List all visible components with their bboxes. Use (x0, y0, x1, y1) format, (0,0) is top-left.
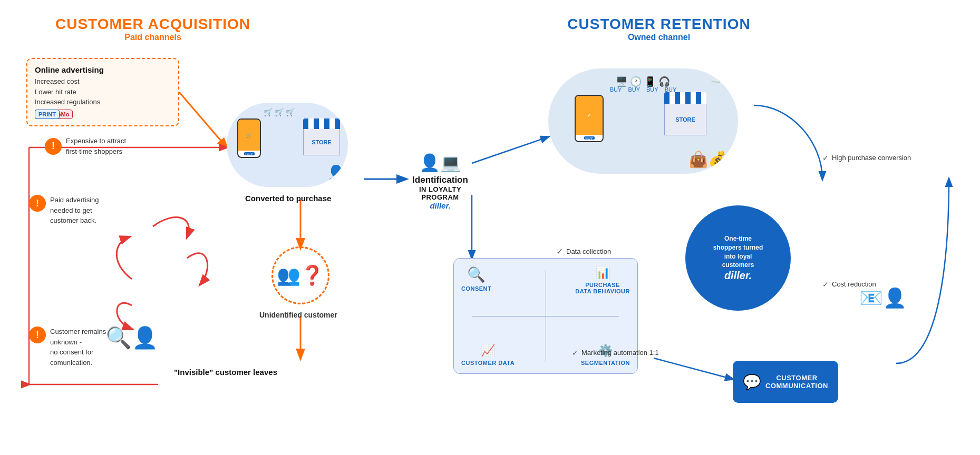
customer-unknown-text: Customer remainsunknown -no consent forc… (50, 327, 106, 368)
cart-icons-row: 🛒 🛒 🛒 (264, 108, 295, 116)
acquisition-title: CUSTOMER ACQUISITION (53, 16, 253, 33)
identification-icon: 👤💻 (406, 153, 474, 173)
warn-icon-2: ! (29, 195, 46, 212)
customer-communication-box: 💬 CUSTOMERCOMMUNICATION (733, 361, 838, 403)
unidentified-label: Unidentified customer (259, 311, 337, 319)
page: CUSTOMER ACQUISITION Paid channels Onlin… (0, 0, 980, 455)
online-ad-title: Online advertising (35, 65, 171, 74)
invisible-label: "Invisible" customer leaves (174, 368, 277, 377)
expensive-warning: ! Expensive to attractfirst-time shopper… (45, 136, 126, 156)
svg-line-6 (654, 358, 733, 379)
checkmark-marketing: ✓ (572, 349, 578, 357)
acquisition-header: CUSTOMER ACQUISITION Paid channels (53, 16, 253, 42)
warn-icon-1: ! (45, 138, 62, 155)
segmentation-label: SEGMENTATION (581, 360, 630, 366)
checkmark-high: ✓ (822, 154, 829, 162)
identification-box: 👤💻 Identification IN LOYALTYPROGRAM dill… (406, 153, 474, 210)
converted-label: Converted to purchase (245, 194, 331, 203)
unidentified-circle: 👥❓ (271, 246, 329, 304)
retention-phone-screen: ✓ (576, 96, 603, 135)
retention-header: CUSTOMER RETENTION Owned channel (554, 16, 764, 42)
mobile-phone-illus: 🛒 BUY (237, 118, 261, 158)
print-tag: PRINT (35, 110, 60, 119)
retention-store-roof (664, 92, 706, 104)
diller-circle: One-timeshoppers turnedinto loyalcustome… (685, 205, 791, 311)
svg-line-0 (179, 92, 227, 147)
warn-icon-3: ! (29, 327, 46, 343)
expensive-label: Expensive to attractfirst-time shoppers (66, 136, 126, 156)
consent-block: 🔍 CONSENT (461, 266, 491, 292)
acquisition-subtitle: Paid channels (53, 33, 253, 42)
purchase-data-block: 📊 PURCHASEDATA BEHAVIOUR (575, 266, 630, 294)
store-roof (303, 118, 340, 129)
identification-sub: IN LOYALTYPROGRAM (406, 185, 474, 201)
paid-ad-text: Paid advertisingneeded to getcustomer ba… (50, 195, 99, 226)
svg-line-4 (472, 137, 548, 163)
retention-title: CUSTOMER RETENTION (554, 16, 764, 33)
retention-store: STORE (664, 92, 706, 135)
top-icons-row: 🖥️ 🕐 📱 🎧 (616, 76, 670, 87)
high-purchase-text: High purchase conversion (832, 153, 911, 163)
unidentified-icon: 👥❓ (277, 264, 324, 286)
retention-phone: ✓ BUY (575, 95, 604, 142)
marketing-automation-text: Marketing automation 1:1 (581, 348, 659, 358)
phone-screen: 🛒 (238, 120, 260, 151)
data-box-divider-h (472, 316, 619, 316)
retention-illustration: 🖥️ 🕐 📱 🎧 BUYBUYBUYBUY ✓ BUY STORE 👜💰 ☁️ (548, 68, 738, 174)
store-illustration: STORE (303, 118, 340, 155)
consent-icon: 🔍 (467, 266, 486, 283)
customer-communication-text: CUSTOMERCOMMUNICATION (765, 374, 828, 390)
customer-data-label: CUSTOMER DATA (461, 360, 515, 366)
data-collection-label: ✓ Data collection (556, 246, 611, 256)
customer-unknown-warning: ! Customer remainsunknown -no consent fo… (29, 327, 106, 368)
checkmark-data: ✓ (556, 246, 563, 256)
checkmark-cost: ✓ (822, 280, 829, 289)
unknown-customer-icon: 🔍👤 (105, 325, 158, 350)
diller-circle-brand: diller. (724, 270, 752, 282)
one-time-shoppers-text: One-timeshoppers turnedinto loyalcustome… (708, 234, 769, 270)
high-purchase-label: ✓ High purchase conversion (822, 153, 911, 163)
purchase-data-label: PURCHASEDATA BEHAVIOUR (575, 282, 630, 294)
store-body: STORE (303, 129, 340, 155)
buy-button-illus: BUY (244, 152, 255, 155)
chat-icon: 💬 (743, 373, 761, 391)
purchase-data-icon: 📊 (596, 266, 610, 280)
customer-data-block: 📈 CUSTOMER DATA (461, 344, 515, 366)
retention-subtitle: Owned channel (554, 33, 764, 42)
paid-ad-warning: ! Paid advertisingneeded to getcustomer … (29, 195, 99, 226)
consent-label: CONSENT (461, 285, 491, 292)
identification-title: Identification (406, 175, 474, 185)
retention-person: 👜💰 (688, 150, 727, 169)
retention-store-body: STORE (664, 104, 706, 135)
diller-brand-id: diller. (406, 201, 474, 210)
online-ad-box: Online advertising Increased cost Lower … (26, 58, 179, 126)
data-collection-text: Data collection (566, 248, 611, 255)
person-icon: 👤 (327, 164, 345, 182)
customer-data-icon: 📈 (481, 344, 495, 358)
marketing-automation-label: ✓ Marketing automation 1:1 (572, 348, 659, 358)
cloud-icon: ☁️ (711, 74, 722, 85)
online-ad-text: Increased cost Lower hit rate Increased … (35, 76, 171, 107)
shopping-illustration: 🛒 BUY STORE 👤 🛒 🛒 🛒 (227, 103, 348, 187)
cost-reduction-icon: 📧👤 (859, 287, 907, 309)
retention-buy-btn: BUY (584, 136, 595, 140)
